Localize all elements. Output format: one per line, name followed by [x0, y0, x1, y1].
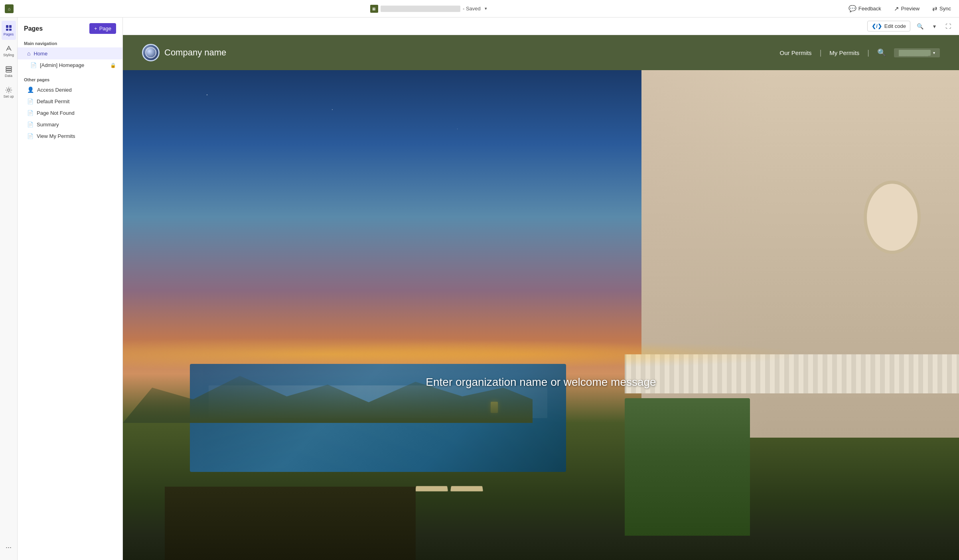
home-more-button[interactable]: ···	[110, 50, 116, 57]
title-dropdown-button[interactable]: ▾	[483, 5, 489, 12]
styling-icon	[5, 45, 12, 52]
edit-code-label: Edit code	[884, 23, 906, 29]
sidebar-item-default-permit[interactable]: 📄 Default Permit	[18, 96, 122, 107]
admin-homepage-label: [Admin] Homepage	[40, 62, 107, 68]
sidebar-item-page-not-found[interactable]: 📄 Page Not Found	[18, 107, 122, 119]
zoom-button[interactable]: 🔍	[914, 21, 927, 31]
star-2	[332, 109, 333, 110]
data-icon	[5, 66, 12, 73]
chair-2	[450, 486, 483, 491]
expand-button[interactable]: ⛶	[942, 21, 954, 31]
site-frame: Company name Our Permits | My Permits | …	[123, 35, 959, 560]
site-logo-inner	[145, 47, 156, 58]
access-denied-label: Access Denied	[37, 87, 116, 93]
sync-icon: ⇄	[932, 5, 937, 12]
top-bar-center: ▦ - Saved ▾	[370, 5, 489, 13]
top-bar-right: 💬 Feedback ↗ Preview ⇄ Sync	[845, 3, 954, 14]
site-logo: Company name	[142, 44, 226, 61]
sidebar-item-admin-homepage[interactable]: 📄 [Admin] Homepage 🔒	[18, 59, 122, 71]
pages-panel-title: Pages	[24, 25, 43, 32]
preview-icon: ↗	[894, 5, 899, 12]
styling-nav-label: Styling	[3, 53, 14, 57]
home-nav-icon: ⌂	[27, 50, 30, 57]
nav-pages[interactable]: Pages	[2, 21, 16, 40]
user-caret-icon: ▾	[933, 51, 935, 55]
sidebar-item-home[interactable]: ⌂ Home ···	[18, 47, 122, 59]
preview-label: Preview	[901, 6, 920, 12]
sidebar-item-summary[interactable]: 📄 Summary	[18, 119, 122, 130]
site-hero: Enter organization name or welcome messa…	[123, 70, 959, 560]
site-nav: Our Permits | My Permits | 🔍 ████████ ▾	[780, 48, 940, 57]
top-bar-left: ⌂	[5, 4, 14, 13]
add-page-label: Page	[99, 26, 111, 31]
doc-thumb-icon: ▦	[372, 7, 376, 11]
saved-label: - Saved	[463, 6, 481, 12]
feedback-label: Feedback	[858, 6, 881, 12]
nav-separator-1: |	[820, 49, 822, 57]
main-layout: Pages Styling Data Set up	[0, 18, 959, 560]
sync-label: Sync	[939, 6, 951, 12]
sidebar-item-access-denied[interactable]: 👤 Access Denied	[18, 84, 122, 96]
edit-code-button[interactable]: ❮/❯ Edit code	[867, 21, 910, 31]
preview-toolbar: ❮/❯ Edit code 🔍 ▾ ⛶	[123, 18, 959, 35]
default-permit-label: Default Permit	[37, 98, 116, 104]
doc-page-icon-2: 📄	[27, 110, 34, 116]
add-page-button[interactable]: + Page	[89, 23, 116, 34]
user-menu[interactable]: ████████ ▾	[894, 48, 940, 57]
svg-rect-0	[6, 25, 8, 28]
pages-panel-header: Pages + Page	[18, 18, 122, 38]
feedback-button[interactable]: 💬 Feedback	[845, 3, 884, 14]
pages-nav-label: Pages	[4, 32, 14, 36]
nav-setup[interactable]: Set up	[2, 83, 16, 102]
nav-our-permits[interactable]: Our Permits	[780, 49, 812, 56]
svg-rect-3	[9, 29, 12, 31]
add-page-plus-icon: +	[94, 26, 97, 31]
nav-my-permits[interactable]: My Permits	[829, 49, 859, 56]
setup-icon	[5, 86, 12, 94]
nav-separator-2: |	[867, 49, 869, 57]
search-icon[interactable]: 🔍	[877, 48, 886, 57]
home-nav-label: Home	[34, 51, 107, 57]
feedback-icon: 💬	[848, 5, 856, 12]
site-logo-icon	[142, 44, 160, 61]
pages-icon	[5, 24, 12, 31]
zoom-dropdown-button[interactable]: ▾	[930, 21, 939, 31]
sidebar-item-view-my-permits[interactable]: 📄 View My Permits	[18, 130, 122, 142]
doc-page-icon-3: 📄	[27, 122, 34, 128]
preview-area: ❮/❯ Edit code 🔍 ▾ ⛶ Company name	[123, 18, 959, 560]
other-pages-section-label: Other pages	[18, 74, 122, 84]
svg-rect-2	[6, 29, 8, 31]
site-header: Company name Our Permits | My Permits | …	[123, 35, 959, 70]
icon-nav: Pages Styling Data Set up	[0, 18, 18, 560]
site-company-name: Company name	[164, 47, 226, 58]
doc-page-icon-4: 📄	[27, 133, 34, 139]
chair-1	[415, 486, 448, 491]
site-hero-text: Enter organization name or welcome messa…	[165, 376, 917, 389]
sync-button[interactable]: ⇄ Sync	[929, 4, 954, 14]
person-icon: 👤	[27, 86, 34, 93]
page-not-found-label: Page Not Found	[37, 110, 116, 116]
nav-more[interactable]: ···	[2, 538, 16, 557]
home-icon: ⌂	[8, 6, 11, 11]
setup-nav-label: Set up	[3, 94, 14, 98]
nav-styling[interactable]: Styling	[2, 41, 16, 61]
more-icon: ···	[6, 544, 12, 551]
data-nav-label: Data	[5, 74, 12, 78]
foreground-table	[165, 487, 416, 560]
doc-title-blurred	[381, 6, 460, 12]
user-name-blurred: ████████	[899, 50, 931, 56]
star-3	[457, 129, 458, 129]
vscode-icon: ❮/❯	[872, 23, 882, 29]
view-my-permits-label: View My Permits	[37, 133, 116, 139]
nav-data[interactable]: Data	[2, 62, 16, 81]
summary-label: Summary	[37, 122, 116, 128]
preview-button[interactable]: ↗ Preview	[891, 4, 923, 14]
svg-rect-5	[6, 67, 12, 68]
star-1	[207, 94, 207, 95]
pages-panel: Pages + Page Main navigation ⌂ Home ··· …	[18, 18, 123, 560]
doc-page-icon-1: 📄	[27, 98, 34, 104]
preview-content: Company name Our Permits | My Permits | …	[123, 35, 959, 560]
lock-icon: 🔒	[110, 63, 116, 68]
doc-thumbnail: ▦	[370, 5, 378, 13]
admin-doc-icon: 📄	[30, 62, 37, 68]
